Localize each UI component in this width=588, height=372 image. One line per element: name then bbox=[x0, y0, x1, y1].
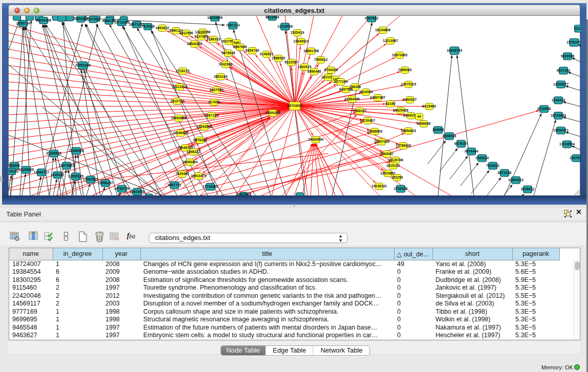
svg-text:2087682: 2087682 bbox=[365, 16, 379, 20]
svg-text:17016504: 17016504 bbox=[559, 142, 575, 146]
svg-text:1615132: 1615132 bbox=[386, 164, 400, 167]
svg-text:1527602: 1527602 bbox=[86, 17, 100, 21]
svg-text:16961758: 16961758 bbox=[303, 49, 319, 53]
svg-text:17359924: 17359924 bbox=[69, 149, 84, 152]
svg-text:3915141: 3915141 bbox=[9, 169, 18, 173]
svg-text:7986322: 7986322 bbox=[353, 109, 367, 113]
svg-text:12942717: 12942717 bbox=[34, 170, 49, 174]
svg-text:15751074: 15751074 bbox=[567, 40, 581, 44]
svg-text:1610752: 1610752 bbox=[170, 99, 184, 103]
svg-text:1733426: 1733426 bbox=[394, 187, 408, 190]
svg-text:25300285: 25300285 bbox=[265, 111, 280, 115]
svg-text:1535419: 1535419 bbox=[291, 31, 304, 34]
svg-text:9463627: 9463627 bbox=[403, 98, 417, 101]
svg-text:2933114: 2933114 bbox=[475, 156, 489, 160]
svg-text:9242848: 9242848 bbox=[219, 62, 233, 66]
svg-text:8813054: 8813054 bbox=[266, 16, 279, 19]
svg-text:14353594: 14353594 bbox=[197, 125, 212, 128]
svg-text:20053346: 20053346 bbox=[75, 63, 91, 67]
svg-text:20091406: 20091406 bbox=[36, 18, 51, 22]
svg-text:13218506: 13218506 bbox=[277, 25, 293, 28]
svg-text:15692971: 15692971 bbox=[553, 128, 569, 132]
svg-text:6399695: 6399695 bbox=[417, 122, 431, 125]
svg-text:16914479: 16914479 bbox=[191, 174, 206, 178]
svg-text:6879197: 6879197 bbox=[454, 142, 468, 145]
svg-text:6794028: 6794028 bbox=[324, 68, 338, 72]
svg-text:6497568: 6497568 bbox=[339, 87, 353, 91]
svg-text:8878332: 8878332 bbox=[193, 138, 207, 142]
svg-text:1498222: 1498222 bbox=[187, 150, 201, 154]
svg-text:2803144: 2803144 bbox=[214, 75, 228, 78]
svg-text:12923468: 12923468 bbox=[129, 190, 145, 193]
svg-text:16648784: 16648784 bbox=[447, 49, 462, 52]
svg-text:9245612: 9245612 bbox=[521, 187, 535, 191]
svg-text:12156829: 12156829 bbox=[18, 168, 34, 171]
svg-text:12093877: 12093877 bbox=[553, 82, 569, 86]
svg-text:14136141: 14136141 bbox=[372, 184, 387, 188]
svg-text:3267130: 3267130 bbox=[205, 114, 219, 117]
svg-text:164095: 164095 bbox=[432, 128, 444, 132]
svg-text:12505135: 12505135 bbox=[68, 174, 83, 178]
svg-text:3215958: 3215958 bbox=[537, 107, 551, 111]
svg-text:11123: 11123 bbox=[574, 27, 581, 30]
svg-text:10025438: 10025438 bbox=[393, 108, 408, 112]
svg-text:8454749: 8454749 bbox=[246, 49, 259, 52]
svg-text:9329966: 9329966 bbox=[561, 54, 575, 58]
svg-text:12213967: 12213967 bbox=[383, 39, 398, 42]
svg-text:15720407: 15720407 bbox=[360, 119, 375, 122]
svg-text:16033809: 16033809 bbox=[207, 16, 223, 19]
svg-text:152254: 152254 bbox=[391, 176, 403, 179]
svg-text:19166825: 19166825 bbox=[173, 131, 188, 135]
svg-text:16093484: 16093484 bbox=[182, 160, 198, 164]
svg-text:15716485: 15716485 bbox=[203, 185, 218, 188]
svg-text:7632621: 7632621 bbox=[486, 164, 500, 167]
svg-text:21364436: 21364436 bbox=[344, 97, 360, 101]
svg-text:5875645: 5875645 bbox=[222, 51, 235, 55]
svg-text:2055724: 2055724 bbox=[16, 21, 30, 25]
svg-text:16782759: 16782759 bbox=[114, 187, 129, 190]
svg-text:17957825: 17957825 bbox=[83, 178, 98, 181]
svg-text:19384554: 19384554 bbox=[308, 138, 323, 141]
svg-text:10807487: 10807487 bbox=[370, 96, 385, 99]
svg-text:985001: 985001 bbox=[9, 164, 20, 167]
svg-text:1167533: 1167533 bbox=[570, 156, 581, 160]
svg-text:8912956: 8912956 bbox=[180, 31, 193, 35]
svg-text:16120746: 16120746 bbox=[388, 158, 403, 162]
svg-text:44: 44 bbox=[417, 115, 421, 118]
svg-text:10688609: 10688609 bbox=[367, 129, 382, 133]
svg-text:9146821: 9146821 bbox=[260, 52, 274, 56]
svg-text:7485063: 7485063 bbox=[398, 68, 412, 72]
svg-text:8427552: 8427552 bbox=[210, 88, 224, 92]
svg-text:2718170: 2718170 bbox=[176, 69, 190, 73]
svg-text:1362615: 1362615 bbox=[298, 65, 312, 69]
svg-text:9474444: 9474444 bbox=[465, 149, 478, 153]
svg-text:9227342: 9227342 bbox=[557, 69, 571, 72]
svg-text:10654112: 10654112 bbox=[508, 178, 524, 182]
svg-text:9777169: 9777169 bbox=[334, 80, 348, 83]
svg-text:3624554: 3624554 bbox=[359, 90, 373, 94]
svg-text:9457771: 9457771 bbox=[168, 183, 182, 187]
svg-text:62160: 62160 bbox=[386, 102, 396, 105]
svg-text:9327505: 9327505 bbox=[194, 35, 208, 38]
svg-text:7515526: 7515526 bbox=[141, 25, 155, 28]
svg-text:2967608: 2967608 bbox=[233, 45, 247, 49]
svg-text:12975115: 12975115 bbox=[401, 82, 416, 86]
svg-text:19975857: 19975857 bbox=[59, 164, 74, 167]
svg-text:18654923: 18654923 bbox=[401, 129, 416, 133]
svg-text:7357274: 7357274 bbox=[226, 24, 240, 27]
svg-text:10973493: 10973493 bbox=[392, 53, 407, 57]
svg-text:10719135: 10719135 bbox=[114, 20, 129, 24]
svg-text:1588520: 1588520 bbox=[272, 56, 286, 60]
svg-text:20206535: 20206535 bbox=[46, 151, 61, 155]
svg-text:70756928: 70756928 bbox=[396, 144, 411, 147]
svg-text:12923468: 12923468 bbox=[236, 192, 251, 195]
svg-text:18807249: 18807249 bbox=[374, 140, 389, 143]
svg-text:18724007: 18724007 bbox=[287, 104, 302, 107]
svg-text:8471626: 8471626 bbox=[498, 171, 512, 174]
svg-text:417006: 417006 bbox=[208, 100, 220, 104]
svg-text:7955812: 7955812 bbox=[314, 58, 328, 61]
svg-text:1244419: 1244419 bbox=[552, 98, 565, 102]
svg-text:5322037: 5322037 bbox=[285, 60, 298, 64]
svg-text:16210643: 16210643 bbox=[551, 114, 566, 117]
svg-text:16154808: 16154808 bbox=[375, 28, 390, 32]
